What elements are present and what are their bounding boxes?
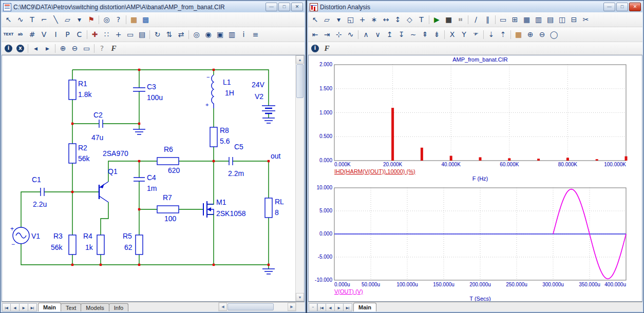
- zoom-out-button[interactable]: ⊖: [536, 29, 548, 40]
- component-label[interactable]: C3: [147, 83, 156, 91]
- tab-main[interactable]: Main: [38, 303, 61, 311]
- trace-expression-label[interactable]: IHD(HARM(V(OUT)),10000) (%): [334, 168, 415, 174]
- title-block-toggle[interactable]: ▤: [136, 29, 148, 40]
- last-tab-button[interactable]: ▶|: [28, 303, 37, 311]
- component-label[interactable]: 47u: [91, 133, 103, 142]
- cut-button[interactable]: ✂: [580, 14, 592, 25]
- minimize-button[interactable]: —: [266, 3, 277, 11]
- trace-expression-label[interactable]: V(OUT) (V): [334, 288, 363, 295]
- find-part-button[interactable]: ◎: [101, 14, 112, 25]
- font-button[interactable]: F: [108, 43, 120, 54]
- component-label[interactable]: R4: [83, 232, 92, 240]
- exit-info-button[interactable]: x: [16, 45, 24, 52]
- high-button[interactable]: ↥: [384, 29, 395, 40]
- go-to-x-button[interactable]: X: [446, 29, 458, 40]
- analysis-window-titlebar[interactable]: Distortion Analysis — □ ✕: [308, 2, 642, 12]
- horizontal-scrollbar[interactable]: ◀ ▶: [218, 302, 296, 311]
- condition-toggle[interactable]: C: [73, 29, 85, 40]
- analysis-plot-icon[interactable]: ▩: [140, 14, 151, 25]
- vertical-tag-button[interactable]: ↕: [392, 14, 404, 25]
- component-label[interactable]: C5: [234, 143, 243, 151]
- component-label[interactable]: +: [205, 102, 209, 108]
- select-arrow[interactable]: ↖: [3, 14, 14, 25]
- close-button[interactable]: ✕: [291, 3, 303, 11]
- component-label[interactable]: 2.2u: [33, 200, 47, 208]
- component-label[interactable]: C1: [32, 175, 41, 184]
- component-mode[interactable]: ∿: [14, 14, 26, 25]
- component-label[interactable]: R5: [123, 232, 132, 240]
- component-label[interactable]: V2: [255, 92, 263, 101]
- split-pane-button[interactable]: ◫: [556, 14, 568, 25]
- component-label[interactable]: −: [206, 74, 210, 80]
- component-label[interactable]: 5.6: [220, 137, 230, 145]
- zoom-in-button[interactable]: ⊕: [57, 43, 69, 54]
- scope-window-button[interactable]: ⊟: [568, 14, 580, 25]
- next-view-button[interactable]: ▸: [42, 43, 53, 54]
- peak-button[interactable]: ∧: [360, 29, 372, 40]
- repeat-find-button[interactable]: ◉: [202, 29, 214, 40]
- component-label[interactable]: 1H: [225, 89, 234, 97]
- close-button[interactable]: ✕: [629, 3, 641, 11]
- step-box-button[interactable]: ▣: [214, 29, 226, 40]
- component-label[interactable]: R6: [164, 145, 173, 153]
- tag-horizontal-button[interactable]: ⇡: [497, 29, 509, 40]
- data-points-button[interactable]: ▦: [521, 14, 533, 25]
- chart-1[interactable]: AMP_from_banat.CIR2.0001.5001.0000.5000.…: [319, 56, 628, 182]
- component-label[interactable]: 56k: [78, 154, 90, 163]
- scroll-thumb[interactable]: [296, 64, 304, 98]
- component-label[interactable]: R2: [78, 144, 87, 152]
- component-label[interactable]: C4: [147, 173, 156, 182]
- component-label[interactable]: 8: [275, 208, 279, 217]
- global-high-button[interactable]: ⇞: [419, 29, 431, 40]
- zoom-area-button[interactable]: ▭: [81, 43, 92, 54]
- grid-toggle[interactable]: ∷: [101, 29, 112, 40]
- diagonal-wire-mode[interactable]: ╲: [50, 14, 62, 25]
- tag-point-button[interactable]: ⊹: [333, 29, 345, 40]
- stop-button[interactable]: ■: [443, 14, 454, 25]
- global-low-button[interactable]: ⇟: [431, 29, 443, 40]
- next-tab-button[interactable]: ▶: [335, 303, 344, 311]
- component-label[interactable]: out: [271, 152, 281, 160]
- schematic-window-titlebar[interactable]: C:\MC9\DATA\Petrov\switching distortion\…: [2, 2, 305, 12]
- component-label[interactable]: R1: [78, 80, 87, 88]
- component-label[interactable]: M1: [216, 198, 226, 206]
- cursor-mode-button[interactable]: +: [356, 14, 368, 25]
- waveform-button[interactable]: ∿: [345, 29, 356, 40]
- grid-text-toggle[interactable]: ab: [14, 29, 26, 40]
- component-label[interactable]: R3: [53, 232, 63, 240]
- tag-left-button[interactable]: ⇤: [309, 29, 321, 40]
- shape-dropdown[interactable]: ▾: [333, 14, 345, 25]
- axes-button[interactable]: ▤: [544, 14, 556, 25]
- component-label[interactable]: V1: [31, 232, 40, 240]
- single-pane-button[interactable]: ▭: [497, 14, 509, 25]
- node-voltages-toggle[interactable]: V: [38, 29, 50, 40]
- help-topics-button[interactable]: ≡: [250, 29, 261, 40]
- shape-dropdown[interactable]: ▾: [73, 14, 85, 25]
- component-label[interactable]: RL: [275, 198, 284, 206]
- font-button[interactable]: F: [321, 43, 333, 54]
- tab-models[interactable]: Models: [81, 303, 109, 311]
- flip-vertical-button[interactable]: ⇅: [163, 29, 175, 40]
- pin-connections-toggle[interactable]: ✚: [89, 29, 101, 40]
- component-label[interactable]: R8: [220, 126, 229, 134]
- current-toggle[interactable]: I: [50, 29, 62, 40]
- tab-text[interactable]: Text: [61, 303, 81, 311]
- scroll-up-button[interactable]: ▲: [296, 55, 304, 64]
- component-label[interactable]: 620: [168, 166, 180, 174]
- scroll-down-button[interactable]: ▼: [296, 293, 304, 301]
- component-label[interactable]: 2.2m: [228, 169, 244, 178]
- flag-tool[interactable]: ⚑: [85, 14, 97, 25]
- low-button[interactable]: ↧: [395, 29, 407, 40]
- help-pointer[interactable]: ?: [112, 14, 124, 25]
- valley-button[interactable]: ∨: [372, 29, 384, 40]
- component-label[interactable]: 56k: [51, 243, 63, 251]
- chart-2[interactable]: 10.0005.0000.000-5.000-10.0000.000u50.00…: [315, 185, 626, 302]
- component-label[interactable]: −: [11, 241, 15, 248]
- go-to-y-button[interactable]: Y: [458, 29, 470, 40]
- node-numbers-toggle[interactable]: #: [26, 29, 38, 40]
- prev-tab-button[interactable]: ◀: [326, 303, 335, 311]
- zoom-in-button[interactable]: ⊕: [524, 29, 536, 40]
- run-button[interactable]: ▶: [431, 14, 443, 25]
- minus-button[interactable]: −: [309, 303, 317, 311]
- scroll-right-button[interactable]: ▶: [288, 303, 296, 311]
